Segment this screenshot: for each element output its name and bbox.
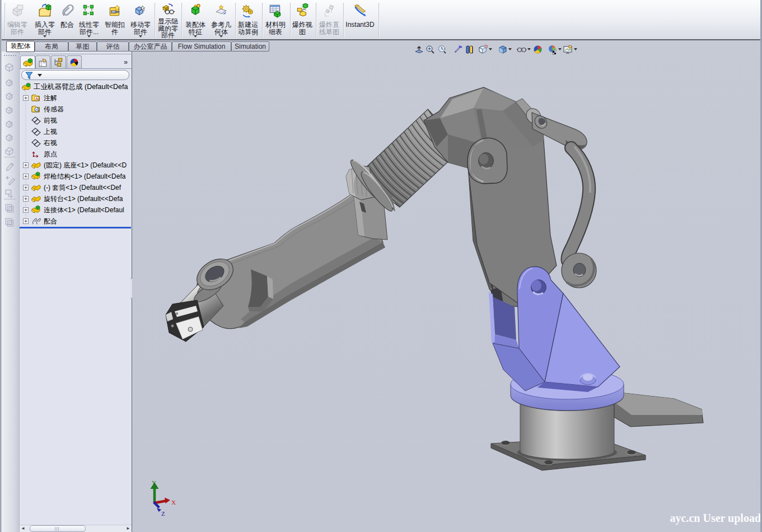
svg-text:原点: 原点 bbox=[44, 150, 57, 158]
svg-text:传感器: 传感器 bbox=[44, 105, 64, 113]
svg-text:X: X bbox=[171, 499, 176, 506]
svg-text:注解: 注解 bbox=[44, 94, 57, 102]
svg-text:工业机器臂总成 (Default<Defa: 工业机器臂总成 (Default<Defa bbox=[34, 83, 128, 91]
svg-text:Z: Z bbox=[161, 510, 165, 517]
svg-text:焊枪结构<1> (Default<Defa: 焊枪结构<1> (Default<Defa bbox=[44, 172, 126, 180]
svg-text:配合: 配合 bbox=[44, 217, 57, 225]
svg-text:前视: 前视 bbox=[44, 116, 57, 124]
svg-text:(-) 套筒<1> (Default<<Def: (-) 套筒<1> (Default<<Def bbox=[44, 184, 121, 192]
svg-text:上视: 上视 bbox=[44, 128, 57, 136]
svg-text:旋转台<1> (Default<<Defa: 旋转台<1> (Default<<Defa bbox=[44, 195, 123, 203]
svg-text:连接体<1> (Default<Defaul: 连接体<1> (Default<Defaul bbox=[44, 206, 124, 214]
svg-text:A: A bbox=[35, 96, 38, 100]
svg-text:右视: 右视 bbox=[43, 139, 57, 147]
svg-text:Y: Y bbox=[152, 479, 156, 486]
svg-text:(固定) 底座<1> (Default<<D: (固定) 底座<1> (Default<<D bbox=[44, 161, 127, 169]
